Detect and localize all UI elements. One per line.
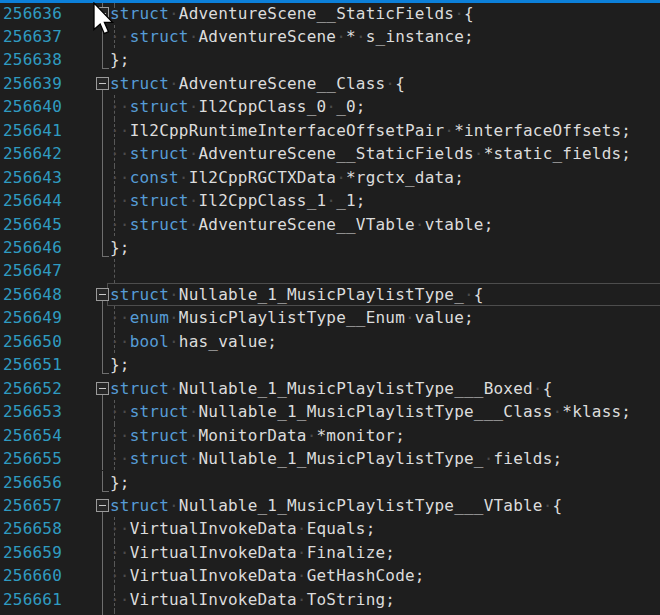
code-text: ··VirtualInvokeData·Equals;: [110, 517, 376, 540]
code-line[interactable]: 256649··enum·MusicPlaylistType__Enum·val…: [0, 306, 660, 329]
line-number[interactable]: 256648: [3, 283, 62, 306]
mouse-cursor-icon: [92, 2, 116, 36]
line-number[interactable]: 256660: [3, 564, 62, 587]
code-line[interactable]: 256641··Il2CppRuntimeInterfaceOffsetPair…: [0, 119, 660, 142]
code-line[interactable]: 256643··const·Il2CppRGCTXData·*rgctx_dat…: [0, 166, 660, 189]
fold-bracket-line: [102, 400, 103, 423]
line-number[interactable]: 256646: [3, 236, 62, 259]
code-text: ··struct·AdventureScene__VTable·vtable;: [110, 213, 494, 236]
fold-bracket-line: [102, 424, 103, 447]
code-line[interactable]: 256646};: [0, 236, 660, 259]
line-number[interactable]: 256642: [3, 142, 62, 165]
code-line[interactable]: 256654··struct·MonitorData·*monitor;: [0, 424, 660, 447]
code-text: };: [110, 353, 130, 376]
fold-bracket-line: [102, 447, 103, 470]
line-number[interactable]: 256639: [3, 72, 62, 95]
fold-bracket-foot: [102, 68, 109, 69]
code-text: struct·AdventureScene__StaticFields·{: [110, 2, 474, 25]
line-number[interactable]: 256644: [3, 189, 62, 212]
fold-bracket-foot: [102, 256, 109, 257]
line-number[interactable]: 256637: [3, 25, 62, 48]
fold-toggle-collapse-icon[interactable]: [96, 288, 109, 301]
line-number[interactable]: 256640: [3, 95, 62, 118]
code-text: ··Il2CppRuntimeInterfaceOffsetPair·*inte…: [110, 119, 631, 142]
line-number[interactable]: 256654: [3, 424, 62, 447]
code-line[interactable]: 256651};: [0, 353, 660, 376]
line-number[interactable]: 256638: [3, 48, 62, 71]
fold-bracket-foot: [102, 373, 109, 374]
code-line[interactable]: 256648struct·Nullable_1_MusicPlaylistTyp…: [0, 283, 660, 306]
code-text: };: [110, 48, 130, 71]
code-text: ··VirtualInvokeData·ToString;: [110, 588, 395, 611]
code-editor[interactable]: 256636struct·AdventureScene__StaticField…: [0, 0, 660, 615]
fold-bracket-line: [102, 517, 103, 540]
code-line[interactable]: 256645··struct·AdventureScene__VTable·vt…: [0, 213, 660, 236]
code-line[interactable]: 256660··VirtualInvokeData·GetHashCode;: [0, 564, 660, 587]
line-number[interactable]: 256662: [3, 611, 62, 615]
line-number[interactable]: 256643: [3, 166, 62, 189]
code-text: ··const·Il2CppRGCTXData·*rgctx_data;: [110, 166, 464, 189]
code-text: };: [110, 471, 130, 494]
code-text: ··struct·AdventureScene__StaticFields·*s…: [110, 142, 631, 165]
line-number[interactable]: 256657: [3, 494, 62, 517]
fold-toggle-collapse-icon[interactable]: [96, 77, 109, 90]
fold-bracket-line: [102, 236, 103, 256]
code-text: ··struct·MonitorData·*monitor;: [110, 424, 405, 447]
code-text: struct·Nullable_1_MusicPlaylistType_·{: [110, 283, 484, 306]
line-number[interactable]: 256661: [3, 588, 62, 611]
line-number[interactable]: 256641: [3, 119, 62, 142]
code-text: struct·AdventureScene__Class·{: [110, 72, 405, 95]
code-line[interactable]: 256650··bool·has_value;: [0, 330, 660, 353]
fold-bracket-line: [102, 588, 103, 611]
code-text: };: [110, 236, 130, 259]
code-line[interactable]: 256640··struct·Il2CppClass_0·_0;: [0, 95, 660, 118]
code-line[interactable]: 256659··VirtualInvokeData·Finalize;: [0, 541, 660, 564]
code-text: ··struct·Nullable_1_MusicPlaylistType_·f…: [110, 447, 562, 470]
code-text: ··struct·Il2CppClass_1·_1;: [110, 189, 366, 212]
fold-bracket-line: [102, 142, 103, 165]
code-text: ··enum·MusicPlaylistType__Enum·value;: [110, 306, 474, 329]
code-line[interactable]: 256657struct·Nullable_1_MusicPlaylistTyp…: [0, 494, 660, 517]
line-number[interactable]: 256656: [3, 471, 62, 494]
code-line[interactable]: 256642··struct·AdventureScene__StaticFie…: [0, 142, 660, 165]
line-number[interactable]: 256652: [3, 377, 62, 400]
code-text: };: [110, 611, 130, 615]
fold-toggle-collapse-icon[interactable]: [96, 382, 109, 395]
line-number[interactable]: 256649: [3, 306, 62, 329]
code-line[interactable]: 256644··struct·Il2CppClass_1·_1;: [0, 189, 660, 212]
code-line[interactable]: 256639struct·AdventureScene__Class·{: [0, 72, 660, 95]
code-text: ··VirtualInvokeData·Finalize;: [110, 541, 395, 564]
code-line[interactable]: 256662};: [0, 611, 660, 615]
code-text: ··struct·Il2CppClass_0·_0;: [110, 95, 366, 118]
fold-bracket-line: [102, 564, 103, 587]
code-line[interactable]: 256653··struct·Nullable_1_MusicPlaylistT…: [0, 400, 660, 423]
fold-bracket-line: [102, 213, 103, 236]
code-line[interactable]: 256655··struct·Nullable_1_MusicPlaylistT…: [0, 447, 660, 470]
line-number[interactable]: 256658: [3, 517, 62, 540]
code-line[interactable]: 256652struct·Nullable_1_MusicPlaylistTyp…: [0, 377, 660, 400]
line-number[interactable]: 256659: [3, 541, 62, 564]
code-line[interactable]: 256656};: [0, 471, 660, 494]
code-line[interactable]: 256658··VirtualInvokeData·Equals;: [0, 517, 660, 540]
code-text: ··struct·AdventureScene·*·s_instance;: [110, 25, 474, 48]
line-number[interactable]: 256645: [3, 213, 62, 236]
code-text: struct·Nullable_1_MusicPlaylistType___Bo…: [110, 377, 553, 400]
fold-bracket-foot: [102, 491, 109, 492]
line-number[interactable]: 256653: [3, 400, 62, 423]
line-number[interactable]: 256647: [3, 259, 62, 282]
fold-bracket-line: [102, 95, 103, 118]
line-number[interactable]: 256650: [3, 330, 62, 353]
fold-toggle-collapse-icon[interactable]: [96, 499, 109, 512]
fold-bracket-line: [102, 541, 103, 564]
fold-bracket-line: [102, 189, 103, 212]
indent-guide: [114, 259, 115, 282]
code-line[interactable]: 256647: [0, 259, 660, 282]
code-line[interactable]: 256661··VirtualInvokeData·ToString;: [0, 588, 660, 611]
line-number[interactable]: 256636: [3, 2, 62, 25]
fold-bracket-line: [102, 611, 103, 615]
line-number[interactable]: 256655: [3, 447, 62, 470]
line-number[interactable]: 256651: [3, 353, 62, 376]
code-line[interactable]: 256638};: [0, 48, 660, 71]
fold-bracket-line: [102, 353, 103, 373]
fold-bracket-line: [102, 48, 103, 68]
